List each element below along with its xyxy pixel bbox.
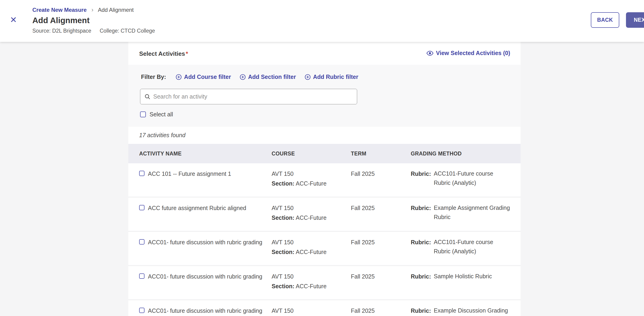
section-line: Section: ACC-Future bbox=[272, 179, 351, 188]
source-value: Source: D2L Brightspace bbox=[32, 28, 91, 34]
chevron-right-icon: › bbox=[91, 6, 94, 13]
row-checkbox[interactable] bbox=[139, 171, 144, 176]
breadcrumb-current: Add Alignment bbox=[98, 7, 134, 13]
course-code: AVT 150 bbox=[272, 237, 351, 247]
course-code: AVT 150 bbox=[272, 169, 351, 179]
term-value: Fall 2025 bbox=[351, 239, 375, 245]
course-cell: AVT 150 Section: ACC-Future bbox=[272, 203, 351, 225]
filter-row: Filter By: Add Course filter bbox=[141, 74, 367, 80]
add-section-filter-button[interactable]: Add Section filter bbox=[240, 74, 296, 80]
row-checkbox[interactable] bbox=[139, 239, 144, 244]
circle-plus-icon bbox=[240, 74, 246, 80]
section-label: Section: bbox=[272, 180, 294, 187]
term-value: Fall 2025 bbox=[351, 205, 375, 211]
column-header-term: TERM bbox=[351, 151, 411, 157]
add-course-filter-label: Add Course filter bbox=[184, 74, 231, 80]
filter-panel: Filter By: Add Course filter bbox=[128, 65, 520, 127]
term-cell: Fall 2025 bbox=[351, 169, 411, 191]
grading-method-cell: Rubric: ACC101-Future course Rubric (Ana… bbox=[411, 169, 520, 191]
activity-name-cell: ACC01- future discussion with rubric gra… bbox=[139, 271, 272, 294]
view-selected-activities-link[interactable]: View Selected Activities (0) bbox=[426, 50, 510, 57]
select-all-row: Select all bbox=[140, 111, 173, 118]
activity-name-cell: ACC 101 -- Future assignment 1 bbox=[139, 169, 272, 191]
breadcrumb-parent-link[interactable]: Create New Measure bbox=[32, 7, 87, 13]
rubric-value: Example Discussion Grading Rubric bbox=[434, 306, 512, 316]
rubric-label: Rubric: bbox=[411, 237, 431, 247]
table-row: ACC future assignment Rubric aligned AVT… bbox=[128, 198, 520, 232]
header-text-block: Create New Measure › Add Alignment Add A… bbox=[32, 6, 155, 34]
activity-name: ACC01- future discussion with rubric gra… bbox=[148, 237, 262, 247]
rubric-label: Rubric: bbox=[411, 169, 431, 179]
section-value: ACC-Future bbox=[296, 283, 326, 289]
select-activities-label: Select Activities bbox=[139, 50, 185, 57]
college-value: College: CTCD College bbox=[100, 28, 155, 34]
select-activities-header: Select Activities* View Selected Activit… bbox=[128, 42, 520, 65]
back-button[interactable]: BACK bbox=[591, 12, 619, 28]
section-line: Section: ACC-Future bbox=[272, 213, 351, 222]
section-value: ACC-Future bbox=[296, 249, 326, 255]
search-icon bbox=[144, 94, 150, 100]
search-input[interactable] bbox=[153, 93, 353, 100]
grading-method-cell: Rubric: Example Discussion Grading Rubri… bbox=[411, 306, 520, 316]
activity-name-cell: ACC01- future discussion with rubric gra… bbox=[139, 237, 272, 259]
course-cell: AVT 150 Section: ACC-Future bbox=[272, 271, 351, 294]
rubric-label: Rubric: bbox=[411, 306, 431, 315]
section-label: Section: bbox=[272, 283, 294, 289]
course-cell: AVT 150 Section: ACC-Future bbox=[272, 306, 351, 316]
section-label: Section: bbox=[272, 214, 294, 221]
column-header-grading-method: GRADING METHOD bbox=[411, 151, 520, 157]
course-code: AVT 150 bbox=[272, 203, 351, 213]
eye-icon bbox=[426, 51, 434, 56]
term-cell: Fall 2025 bbox=[351, 203, 411, 225]
rubric-value: ACC101-Future course Rubric (Analytic) bbox=[434, 169, 512, 187]
table-row: ACC 101 -- Future assignment 1 AVT 150 S… bbox=[128, 163, 520, 198]
column-header-course: COURSE bbox=[272, 151, 351, 157]
term-value: Fall 2025 bbox=[351, 307, 375, 314]
section-value: ACC-Future bbox=[296, 180, 326, 187]
activity-search-box bbox=[140, 89, 357, 104]
select-all-label: Select all bbox=[150, 111, 173, 118]
close-icon[interactable]: ✕ bbox=[8, 14, 19, 26]
table-row: ACC01- future discussion with rubric gra… bbox=[128, 300, 520, 316]
row-checkbox[interactable] bbox=[139, 308, 144, 313]
activity-name-cell: ACC future assignment Rubric aligned bbox=[139, 203, 272, 225]
add-alignment-panel: Select Activities* View Selected Activit… bbox=[128, 42, 520, 316]
add-course-filter-button[interactable]: Add Course filter bbox=[176, 74, 231, 80]
dialog-header: ✕ Create New Measure › Add Alignment Add… bbox=[0, 0, 644, 42]
required-marker: * bbox=[186, 50, 188, 57]
activity-name: ACC01- future discussion with rubric gra… bbox=[148, 271, 262, 281]
course-code: AVT 150 bbox=[272, 271, 351, 281]
select-all-checkbox[interactable] bbox=[140, 112, 146, 117]
add-rubric-filter-button[interactable]: Add Rubric filter bbox=[305, 74, 358, 80]
rubric-value: Sample Holistic Rubric bbox=[434, 271, 492, 281]
rubric-value: Example Assignment Grading Rubric bbox=[434, 203, 512, 222]
table-body: ACC 101 -- Future assignment 1 AVT 150 S… bbox=[128, 163, 520, 316]
section-line: Section: ACC-Future bbox=[272, 247, 351, 257]
rubric-value: ACC101-Future course Rubric (Analytic) bbox=[434, 237, 512, 256]
results-count: 17 activities found bbox=[139, 132, 186, 139]
term-value: Fall 2025 bbox=[351, 170, 375, 177]
rubric-label: Rubric: bbox=[411, 271, 431, 281]
course-cell: AVT 150 Section: ACC-Future bbox=[272, 237, 351, 259]
next-button[interactable]: NEXT bbox=[626, 12, 644, 28]
grading-method-cell: Rubric: Sample Holistic Rubric bbox=[411, 271, 520, 294]
column-header-activity-name: ACTIVITY NAME bbox=[139, 151, 272, 157]
circle-plus-icon bbox=[305, 74, 311, 80]
add-section-filter-label: Add Section filter bbox=[248, 74, 296, 80]
select-activities-title: Select Activities* bbox=[139, 50, 188, 57]
table-row: ACC01- future discussion with rubric gra… bbox=[128, 266, 520, 300]
page-title: Add Alignment bbox=[32, 15, 155, 26]
section-value: ACC-Future bbox=[296, 214, 326, 221]
row-checkbox[interactable] bbox=[139, 205, 144, 210]
view-selected-activities-label: View Selected Activities (0) bbox=[436, 50, 510, 57]
course-code: AVT 150 bbox=[272, 306, 351, 315]
term-value: Fall 2025 bbox=[351, 273, 375, 280]
section-line: Section: ACC-Future bbox=[272, 281, 351, 291]
activity-name: ACC future assignment Rubric aligned bbox=[148, 203, 246, 213]
results-count-strip: 17 activities found bbox=[128, 127, 520, 144]
section-label: Section: bbox=[272, 249, 294, 255]
circle-plus-icon bbox=[176, 74, 182, 80]
activity-name-cell: ACC01- future discussion with rubric gra… bbox=[139, 306, 272, 316]
row-checkbox[interactable] bbox=[139, 273, 144, 279]
rubric-label: Rubric: bbox=[411, 203, 431, 213]
